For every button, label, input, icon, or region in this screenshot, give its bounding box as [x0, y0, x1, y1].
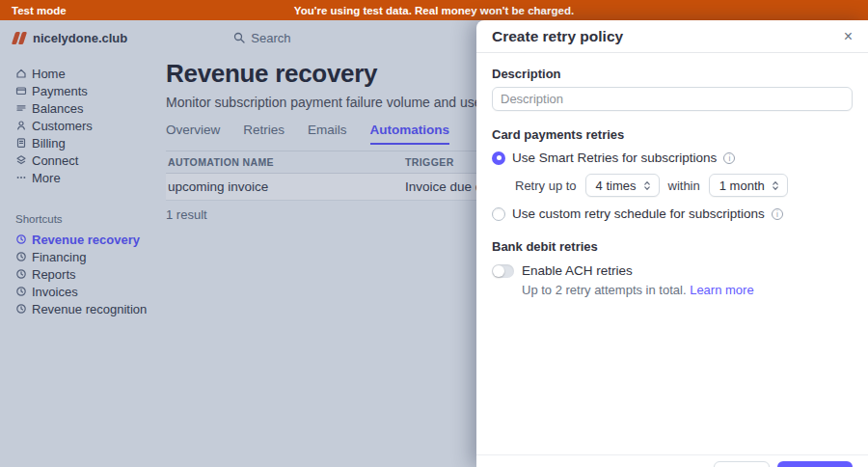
column-header-automation-name: AUTOMATION NAME [166, 151, 403, 174]
footer-primary-button[interactable] [777, 461, 853, 467]
ach-toggle[interactable] [492, 264, 514, 278]
tab-automations[interactable]: Automations [370, 123, 450, 145]
card-retries-heading: Card payments retries [492, 127, 853, 142]
invoice-icon [15, 137, 27, 149]
info-icon[interactable]: i [772, 208, 783, 220]
test-mode-message: You're using test data. Real money won't… [0, 5, 868, 16]
bank-retries-heading: Bank debit retries [492, 239, 853, 254]
sidebar-item-billing[interactable]: Billing [0, 134, 154, 151]
close-icon[interactable]: × [844, 29, 853, 44]
sidebar-item-label: Home [32, 67, 66, 81]
clock-icon [15, 234, 27, 245]
wallet-icon [15, 85, 27, 96]
ach-toggle-row: Enable ACH retries [492, 263, 853, 278]
sidebar-item-label: Billing [32, 136, 66, 151]
shortcuts-heading: Shortcuts [0, 213, 154, 225]
retry-prefix-label: Retry up to [515, 179, 577, 193]
radio-selected-icon[interactable] [492, 151, 505, 165]
custom-retry-label: Use custom retry schedule for subscripti… [512, 206, 765, 221]
search-input[interactable]: Search [233, 31, 290, 45]
radio-unselected-icon[interactable] [492, 207, 505, 221]
retry-window-select[interactable]: 1 month [709, 174, 788, 197]
ach-toggle-label: Enable ACH retries [522, 263, 633, 278]
search-placeholder: Search [251, 31, 290, 45]
clock-icon [15, 303, 27, 315]
balances-icon [15, 102, 27, 114]
person-icon [15, 120, 27, 131]
tab-emails[interactable]: Emails [308, 123, 347, 145]
sidebar-item-label: Connect [32, 153, 78, 168]
smart-retries-label: Use Smart Retries for subscriptions [512, 151, 717, 165]
clock-icon [15, 251, 27, 262]
layers-icon [15, 154, 27, 166]
ach-helper-text: Up to 2 retry attempts in total. Learn m… [522, 283, 853, 297]
clock-icon [15, 268, 27, 280]
modal-title: Create retry policy [492, 28, 623, 45]
sidebar: Home Payments Balances Customers Billing… [0, 55, 154, 317]
sidebar-item-reports[interactable]: Reports [0, 265, 154, 283]
test-mode-banner: Test mode You're using test data. Real m… [0, 0, 868, 20]
modal-footer [476, 454, 868, 467]
cell-automation-name[interactable]: upcoming invoice [166, 174, 403, 201]
sidebar-item-payments[interactable]: Payments [0, 82, 154, 99]
create-retry-policy-modal: Create retry policy × Description Card p… [476, 20, 868, 467]
tab-retries[interactable]: Retries [243, 123, 285, 145]
sidebar-item-label: Revenue recovery [32, 233, 140, 247]
sidebar-item-label: Payments [32, 84, 88, 98]
sidebar-item-customers[interactable]: Customers [0, 117, 154, 134]
sidebar-item-label: Revenue recognition [32, 302, 147, 316]
clock-icon [15, 286, 27, 297]
custom-retry-radio[interactable]: Use custom retry schedule for subscripti… [492, 206, 853, 221]
footer-secondary-button[interactable] [714, 461, 770, 467]
description-label: Description [492, 67, 853, 81]
description-input[interactable] [492, 87, 853, 111]
sidebar-item-invoices[interactable]: Invoices [0, 283, 154, 300]
within-label: within [668, 179, 700, 193]
sidebar-item-label: Customers [32, 119, 93, 133]
sidebar-item-label: Financing [32, 250, 86, 264]
select-stepper-icon [643, 180, 651, 191]
modal-header: Create retry policy × [476, 20, 868, 53]
tab-overview[interactable]: Overview [166, 123, 220, 145]
sidebar-item-revenue-recovery[interactable]: Revenue recovery [0, 231, 154, 248]
learn-more-link[interactable]: Learn more [690, 283, 753, 297]
account-menu[interactable]: nicelydone.club [12, 31, 127, 45]
sidebar-item-financing[interactable]: Financing [0, 248, 154, 265]
sidebar-item-label: Reports [32, 267, 76, 282]
sidebar-item-more[interactable]: More [0, 169, 154, 186]
home-icon [15, 68, 27, 79]
select-stepper-icon [772, 180, 779, 191]
sidebar-item-label: Balances [32, 101, 83, 116]
sidebar-item-label: Invoices [32, 285, 78, 299]
account-name: nicelydone.club [33, 31, 127, 45]
sidebar-item-label: More [32, 171, 61, 185]
ellipsis-icon [15, 172, 27, 183]
retry-count-value: 4 times [596, 179, 637, 193]
sidebar-item-revenue-recognition[interactable]: Revenue recognition [0, 300, 154, 317]
smart-retries-radio[interactable]: Use Smart Retries for subscriptions i [492, 151, 853, 165]
retry-count-select[interactable]: 4 times [585, 174, 660, 197]
info-icon[interactable]: i [723, 152, 735, 164]
search-icon [233, 32, 245, 43]
retry-settings-row: Retry up to 4 times within 1 month [515, 174, 853, 197]
sidebar-item-balances[interactable]: Balances [0, 99, 154, 117]
retry-window-value: 1 month [719, 179, 765, 193]
brand-logo-icon [12, 32, 27, 44]
helper-text: Up to 2 retry attempts in total. [522, 283, 687, 297]
sidebar-item-connect[interactable]: Connect [0, 151, 154, 169]
sidebar-item-home[interactable]: Home [0, 65, 154, 82]
